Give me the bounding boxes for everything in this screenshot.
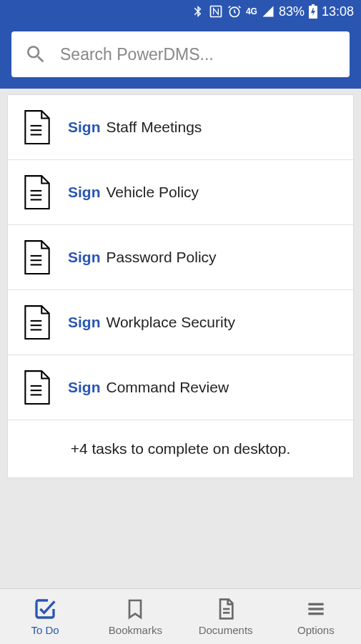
list-item[interactable]: SignCommand Review [8, 355, 353, 420]
alarm-icon [227, 4, 242, 19]
document-icon [22, 174, 52, 210]
document-icon [22, 370, 52, 405]
list-item[interactable]: SignPassword Policy [8, 225, 353, 290]
nav-label: Bookmarks [109, 624, 162, 636]
nav-todo[interactable]: To Do [0, 589, 90, 644]
bottom-nav: To Do Bookmarks Documents Options [0, 588, 361, 644]
document-icon [22, 239, 52, 275]
task-title: Vehicle Policy [107, 184, 199, 200]
clock-text: 13:08 [322, 4, 354, 19]
nav-documents[interactable]: Documents [181, 589, 271, 644]
search-header [0, 23, 361, 89]
nav-label: To Do [31, 624, 59, 636]
signal-icon [262, 5, 275, 18]
search-input[interactable] [60, 45, 337, 64]
document-icon [22, 304, 52, 340]
nav-label: Documents [199, 624, 253, 636]
action-label: Sign [68, 314, 101, 330]
document-icon [22, 109, 52, 145]
task-title: Password Policy [107, 249, 217, 265]
search-icon [24, 43, 47, 66]
list-item[interactable]: SignVehicle Policy [8, 160, 353, 225]
network-icon: 4G [246, 6, 257, 16]
action-label: Sign [68, 249, 101, 265]
task-title: Workplace Security [107, 314, 236, 330]
nfc-icon [209, 4, 223, 19]
more-tasks-message: +4 tasks to complete on desktop. [8, 420, 353, 477]
svg-rect-3 [312, 4, 315, 6]
battery-icon [309, 4, 317, 19]
battery-text: 83% [279, 4, 305, 19]
nav-options[interactable]: Options [271, 589, 361, 644]
bluetooth-icon [192, 5, 204, 18]
action-label: Sign [68, 119, 101, 135]
list-item[interactable]: SignStaff Meetings [8, 95, 353, 160]
bookmark-icon [124, 598, 147, 620]
task-title: Staff Meetings [107, 119, 202, 135]
menu-icon [305, 598, 327, 620]
task-list: SignStaff Meetings SignVehicle Policy Si… [7, 94, 354, 478]
checkbox-icon [34, 598, 56, 620]
search-box[interactable] [11, 31, 350, 77]
nav-bookmarks[interactable]: Bookmarks [90, 589, 180, 644]
action-label: Sign [68, 184, 101, 200]
action-label: Sign [68, 379, 101, 395]
nav-label: Options [297, 624, 335, 636]
document-icon [214, 598, 237, 620]
task-title: Command Review [107, 379, 229, 395]
list-item[interactable]: SignWorkplace Security [8, 290, 353, 355]
status-bar: 4G 83% 13:08 [0, 0, 361, 23]
